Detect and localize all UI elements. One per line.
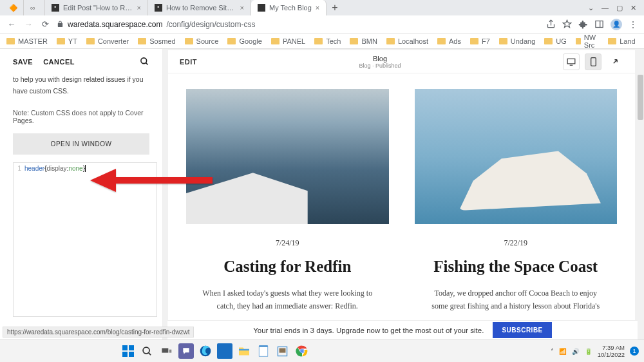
post-title: Casting for Redfin xyxy=(186,257,389,276)
line-number: 1 xyxy=(15,165,24,172)
svg-rect-9 xyxy=(122,352,128,357)
folder-icon xyxy=(227,38,236,44)
url-domain: waredata.squarespace.com xyxy=(68,20,162,29)
explorer-icon[interactable] xyxy=(236,343,252,359)
app-container: SAVE CANCEL to help you with design rela… xyxy=(0,49,644,339)
volume-icon[interactable]: 🔊 xyxy=(572,348,580,355)
blog-post[interactable]: 7/22/19 Fishing the Space Coast Today, w… xyxy=(415,89,618,333)
back-button[interactable]: ← xyxy=(6,19,17,29)
bookmark-item[interactable]: F7 xyxy=(470,37,490,45)
bookmark-item[interactable]: PANEL xyxy=(271,37,305,45)
subscribe-button[interactable]: SUBSCRIBE xyxy=(493,322,551,338)
bookmark-item[interactable]: Google xyxy=(227,37,261,45)
bookmark-item[interactable]: Source xyxy=(185,37,219,45)
svg-rect-7 xyxy=(122,345,128,350)
minimize-icon[interactable]: — xyxy=(601,4,609,12)
taskview-icon[interactable] xyxy=(159,343,175,359)
search-icon[interactable] xyxy=(140,343,155,359)
post-excerpt: Today, we dropped anchor off Cocoa Beach… xyxy=(415,287,618,313)
extension-icon[interactable] xyxy=(578,19,588,29)
open-in-window-button[interactable]: OPEN IN WINDOW xyxy=(13,133,149,155)
expand-button[interactable] xyxy=(607,53,623,70)
preview-content[interactable]: 7/24/19 Casting for Redfin When I asked … xyxy=(168,73,635,337)
browser-tab-active[interactable]: My Tech Blog× xyxy=(251,0,327,15)
edge-icon[interactable] xyxy=(198,343,213,359)
close-icon[interactable]: × xyxy=(240,4,244,12)
chat-icon[interactable] xyxy=(178,343,194,359)
system-tray: ˄ 📶 🔊 🔋 7:39 AM 10/1/2022 1 xyxy=(551,344,644,359)
reload-button[interactable]: ⟳ xyxy=(40,19,50,29)
maximize-icon[interactable]: ▢ xyxy=(616,4,623,12)
new-tab-button[interactable]: + xyxy=(327,2,343,14)
tab-icon: 🔶 xyxy=(9,4,17,12)
forward-button[interactable]: → xyxy=(23,19,33,29)
bookmark-item[interactable]: UG xyxy=(544,37,567,45)
bookmark-item[interactable]: Undang xyxy=(499,37,536,45)
bookmark-item[interactable]: Ads xyxy=(437,37,461,45)
post-image xyxy=(186,89,389,224)
mobile-view-button[interactable] xyxy=(585,53,601,70)
bookmark-item[interactable]: MASTER xyxy=(6,37,48,45)
bookmark-item[interactable]: Tech xyxy=(314,37,341,45)
chrome-icon[interactable] xyxy=(294,343,310,359)
windows-taskbar: ˄ 📶 🔊 🔋 7:39 AM 10/1/2022 1 xyxy=(0,339,644,362)
browser-tab[interactable]: ▪Edit Post "How to Remove Site H…× xyxy=(45,0,148,15)
svg-rect-4 xyxy=(567,59,575,64)
save-button[interactable]: SAVE xyxy=(13,58,33,66)
svg-rect-17 xyxy=(259,347,268,357)
folder-icon xyxy=(576,38,581,44)
browser-tab[interactable]: 🔶 xyxy=(3,0,24,15)
css-editor[interactable]: 1 header{display:none} xyxy=(13,162,157,317)
app-icon[interactable] xyxy=(217,343,232,359)
cancel-button[interactable]: CANCEL xyxy=(43,58,75,66)
bookmark-item[interactable]: BMN xyxy=(350,37,377,45)
post-title: Fishing the Space Coast xyxy=(415,257,618,276)
panel-icon[interactable] xyxy=(594,19,604,29)
tab-icon: ▪ xyxy=(52,4,59,12)
search-icon[interactable] xyxy=(140,57,149,66)
desktop-view-button[interactable] xyxy=(563,53,580,70)
post-date: 7/22/19 xyxy=(415,238,618,248)
close-icon[interactable]: × xyxy=(316,4,319,12)
trial-text: Your trial ends in 3 days. Upgrade now t… xyxy=(253,327,484,334)
svg-rect-6 xyxy=(591,57,596,66)
css-property: display xyxy=(46,165,66,172)
bookmark-item[interactable]: Converter xyxy=(86,37,129,45)
bookmark-item[interactable]: Land xyxy=(608,37,635,45)
app-icon[interactable] xyxy=(275,343,290,359)
edit-button[interactable]: EDIT xyxy=(180,58,197,66)
blog-post[interactable]: 7/24/19 Casting for Redfin When I asked … xyxy=(186,89,389,333)
start-button[interactable] xyxy=(120,343,136,359)
battery-icon[interactable]: 🔋 xyxy=(585,348,592,355)
folder-icon xyxy=(470,38,478,44)
bookmark-item[interactable]: Localhost xyxy=(386,37,428,45)
bookmark-item[interactable]: YT xyxy=(57,37,77,45)
star-icon[interactable] xyxy=(562,19,572,29)
post-image xyxy=(415,89,618,224)
chevron-down-icon[interactable]: ⌄ xyxy=(588,4,594,12)
status-bar: https://waredata.squarespace.com/blog/ca… xyxy=(3,327,194,338)
close-icon[interactable]: × xyxy=(137,4,141,12)
folder-icon xyxy=(314,38,323,44)
page-title: Blog xyxy=(359,55,401,62)
menu-icon[interactable]: ⋮ xyxy=(629,19,638,30)
url-field[interactable]: waredata.squarespace.com/config/design/c… xyxy=(57,20,540,29)
scrollbar[interactable] xyxy=(638,75,643,120)
browser-tab[interactable]: ▪How to Remove Site Header Squ…× xyxy=(148,0,251,15)
blog-grid: 7/24/19 Casting for Redfin When I asked … xyxy=(168,73,635,337)
share-icon[interactable] xyxy=(546,19,556,29)
profile-icon[interactable]: 👤 xyxy=(611,19,622,30)
close-icon[interactable]: ✕ xyxy=(630,4,636,12)
chevron-up-icon[interactable]: ˄ xyxy=(551,348,554,355)
preview-title-block[interactable]: Blog Blog · Published xyxy=(359,55,401,69)
tab-title: How to Remove Site Header Squ… xyxy=(166,4,236,12)
notepad-icon[interactable] xyxy=(256,343,271,359)
notification-icon[interactable]: 1 xyxy=(630,347,639,356)
sidebar: SAVE CANCEL to help you with design rela… xyxy=(0,49,163,339)
bookmark-item[interactable]: Sosmed xyxy=(138,37,175,45)
bookmark-item[interactable]: NW Src xyxy=(576,33,599,49)
clock[interactable]: 7:39 AM 10/1/2022 xyxy=(598,344,625,359)
wifi-icon[interactable]: 📶 xyxy=(559,348,567,355)
folder-icon xyxy=(185,38,193,44)
browser-tab[interactable]: ∞ xyxy=(24,0,45,15)
